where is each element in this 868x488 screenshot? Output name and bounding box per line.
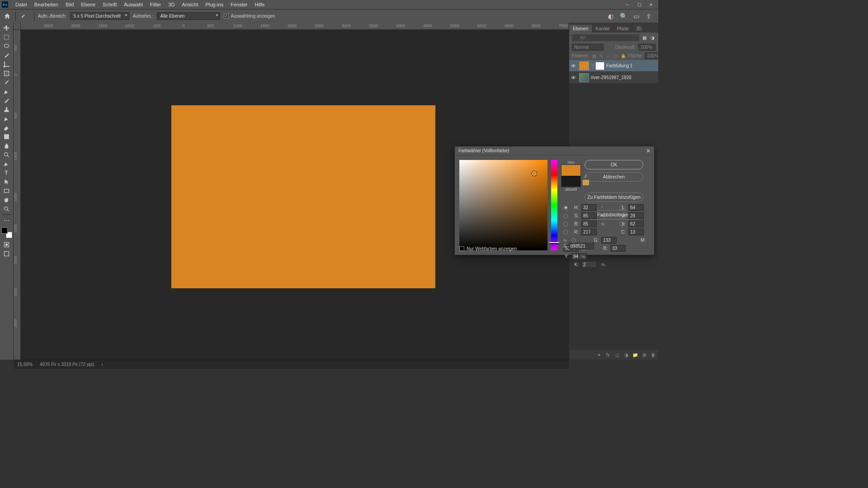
- hand-tool[interactable]: [1, 195, 13, 204]
- lb-input[interactable]: [628, 221, 644, 227]
- c-input[interactable]: [628, 229, 644, 235]
- layer-name[interactable]: river-2951997_1920: [591, 75, 656, 80]
- layer-mask-icon[interactable]: ◻: [614, 352, 620, 358]
- saturation-value-field[interactable]: [459, 160, 547, 250]
- menu-ebene[interactable]: Ebene: [77, 2, 99, 7]
- delete-layer-icon[interactable]: 🗑: [650, 352, 656, 358]
- frame-tool[interactable]: [1, 69, 13, 78]
- marquee-tool[interactable]: [1, 33, 13, 42]
- radio-h[interactable]: [563, 206, 568, 210]
- crop-tool[interactable]: [1, 60, 13, 69]
- search-icon[interactable]: 🔍: [619, 12, 627, 20]
- foreground-color-swatch[interactable]: [1, 227, 8, 234]
- radio-r[interactable]: [563, 230, 568, 235]
- opacity-input[interactable]: 100%: [638, 44, 656, 51]
- hue-slider[interactable]: [551, 160, 557, 250]
- link-layers-icon[interactable]: ⚭: [596, 352, 602, 358]
- ok-button[interactable]: OK: [585, 160, 643, 169]
- l-input[interactable]: [628, 204, 644, 211]
- tab-pfade[interactable]: Pfade: [613, 25, 632, 33]
- bv-input[interactable]: [581, 221, 597, 227]
- lasso-tool[interactable]: [1, 42, 13, 51]
- hue-cursor[interactable]: [549, 242, 559, 244]
- web-colors-only-checkbox[interactable]: [459, 246, 464, 251]
- window-minimize-button[interactable]: ─: [622, 1, 633, 8]
- tab-kanaele[interactable]: Kanäle: [592, 25, 613, 33]
- workspace-icon[interactable]: ▭: [632, 12, 640, 20]
- edit-toolbar-icon[interactable]: ⋯: [1, 216, 13, 225]
- sample-size-dropdown[interactable]: 5 x 5 Pixel Durchschnitt: [70, 12, 129, 20]
- menu-filter[interactable]: Filter: [146, 2, 165, 7]
- filter-image-icon[interactable]: ▦: [641, 35, 647, 41]
- history-brush-tool[interactable]: [1, 114, 13, 123]
- eyedropper-tool-icon[interactable]: [19, 13, 30, 20]
- k-input[interactable]: [581, 261, 597, 268]
- sv-cursor[interactable]: [532, 171, 537, 176]
- layer-style-icon[interactable]: fx: [605, 352, 611, 358]
- menu-3d[interactable]: 3D: [165, 2, 178, 7]
- show-sampling-ring-checkbox[interactable]: ✓ Auswahlring anzeigen: [224, 14, 275, 19]
- blur-tool[interactable]: [1, 141, 13, 150]
- rectangle-tool[interactable]: [1, 186, 13, 195]
- layer-thumbnail[interactable]: [579, 73, 589, 82]
- lock-all-icon[interactable]: 🔒: [620, 53, 626, 59]
- status-zoom[interactable]: 15,58%: [17, 362, 33, 367]
- eraser-tool[interactable]: [1, 123, 13, 132]
- lock-image-icon[interactable]: ✎: [598, 53, 604, 59]
- pen-tool[interactable]: [1, 159, 13, 168]
- cancel-button[interactable]: Abbrechen: [585, 172, 643, 182]
- visibility-icon[interactable]: 👁: [571, 75, 577, 80]
- menu-fenster[interactable]: Fenster: [227, 2, 251, 7]
- window-close-button[interactable]: ✕: [646, 1, 656, 8]
- quick-mask-mode-icon[interactable]: [1, 240, 13, 249]
- h-input[interactable]: [581, 204, 597, 211]
- cloud-docs-icon[interactable]: ◐: [607, 12, 615, 20]
- menu-schrift[interactable]: Schrift: [99, 2, 120, 7]
- status-chevron-icon[interactable]: ›: [102, 362, 103, 367]
- window-maximize-button[interactable]: ☐: [634, 1, 645, 8]
- lock-transparency-icon[interactable]: ▨: [591, 53, 597, 59]
- menu-plugins[interactable]: Plug-ins: [202, 2, 227, 7]
- close-icon[interactable]: ✕: [646, 148, 651, 154]
- radio-bv[interactable]: [563, 222, 568, 226]
- blend-mode-dropdown[interactable]: Normal: [572, 44, 604, 51]
- status-info[interactable]: 4976 Px x 3319 Px (72 ppi): [40, 362, 94, 367]
- canvas-document[interactable]: [171, 105, 435, 288]
- menu-datei[interactable]: Datei: [12, 2, 31, 7]
- add-to-swatches-button[interactable]: Zu Farbfeldern hinzufügen: [585, 192, 643, 202]
- layer-group-icon[interactable]: 📁: [632, 352, 638, 358]
- radio-s[interactable]: [563, 214, 568, 218]
- adjustment-layer-icon[interactable]: ◑: [623, 352, 629, 358]
- clone-stamp-tool[interactable]: [1, 105, 13, 114]
- menu-bearbeiten[interactable]: Bearbeiten: [31, 2, 62, 7]
- layers-filter-input[interactable]: [572, 34, 639, 41]
- filter-adjust-icon[interactable]: ◑: [649, 35, 656, 41]
- gamut-warning-icon[interactable]: ⚠: [583, 174, 589, 179]
- magic-wand-tool[interactable]: [1, 51, 13, 60]
- g-input[interactable]: [601, 237, 617, 244]
- visibility-icon[interactable]: 👁: [571, 63, 577, 69]
- screen-mode-icon[interactable]: [1, 249, 13, 258]
- color-swatches[interactable]: [1, 227, 12, 238]
- tab-3d[interactable]: 3D: [632, 25, 646, 33]
- home-icon[interactable]: [3, 12, 12, 21]
- s-input[interactable]: [581, 212, 597, 219]
- menu-ansicht[interactable]: Ansicht: [178, 2, 202, 7]
- r-input[interactable]: [581, 229, 597, 235]
- b-input[interactable]: [610, 245, 626, 252]
- eyedropper-tool[interactable]: [1, 78, 13, 87]
- type-tool[interactable]: T: [1, 168, 13, 177]
- layer-mask-thumbnail[interactable]: [595, 62, 604, 70]
- path-selection-tool[interactable]: [1, 177, 13, 186]
- layer-name[interactable]: Farbfüllung 1: [606, 63, 656, 68]
- menu-bild[interactable]: Bild: [62, 2, 77, 7]
- gradient-tool[interactable]: [1, 132, 13, 141]
- brush-tool[interactable]: [1, 96, 13, 105]
- layer-row[interactable]: 👁 ⋮ Farbfüllung 1: [569, 60, 658, 72]
- websafe-warning-icon[interactable]: [583, 180, 589, 185]
- filter-type-icon[interactable]: T: [657, 35, 658, 41]
- healing-brush-tool[interactable]: [1, 87, 13, 96]
- current-color-swatch[interactable]: [561, 176, 580, 187]
- tab-ebenen[interactable]: Ebenen: [569, 25, 592, 33]
- fill-input[interactable]: 100%: [645, 52, 658, 59]
